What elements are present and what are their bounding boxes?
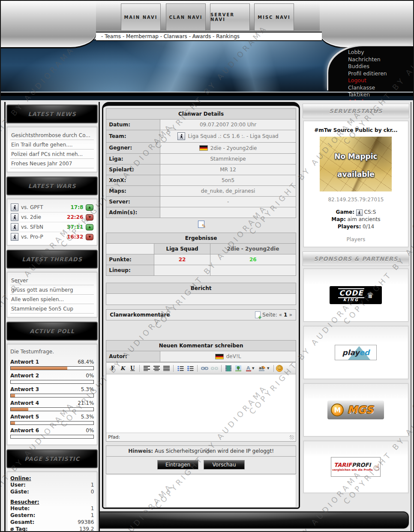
user-menu-nachrichten[interactable]: Nachrichten bbox=[348, 56, 410, 63]
server-name[interactable]: #mTw Source Public by ckr... bbox=[306, 127, 405, 133]
stat-value: 1 bbox=[91, 481, 94, 488]
poll-option-percent: 5.3% bbox=[81, 386, 94, 392]
user-menu-profil-editieren[interactable]: Profil editieren bbox=[348, 70, 410, 78]
add-comment-icon[interactable] bbox=[255, 311, 261, 318]
war-result-up-icon[interactable]: ▲ bbox=[86, 224, 93, 230]
war-opponent[interactable]: vs. Pro-P bbox=[21, 234, 64, 240]
bold-icon[interactable]: F bbox=[108, 364, 117, 373]
nav-misc-navi-button[interactable]: MISC NAVI bbox=[254, 3, 294, 31]
thread-link[interactable]: Alle wollen spielen... bbox=[10, 295, 94, 304]
poll-bar-fill bbox=[11, 421, 15, 424]
cs-game-icon bbox=[11, 223, 18, 231]
user-menu-buddies[interactable]: Buddies bbox=[348, 63, 410, 70]
remove-link-icon[interactable] bbox=[210, 364, 219, 373]
poll-question[interactable]: Die Testumfrage. bbox=[10, 349, 94, 355]
comment-text-area[interactable] bbox=[106, 374, 296, 433]
war-row: vs. Pro-P 16:32 ▼ bbox=[10, 232, 94, 242]
toolbar-separator bbox=[197, 365, 198, 372]
pager-label: Seite: bbox=[262, 312, 277, 318]
news-link[interactable]: Ein Trail durfte gehen.... bbox=[10, 140, 94, 149]
sponsor-box-codeking: CODE KING ♛ bbox=[303, 269, 408, 322]
cs-game-icon bbox=[177, 132, 185, 140]
war-opponent[interactable]: vs. SFbN bbox=[21, 224, 64, 230]
pager-next[interactable]: » bbox=[289, 312, 292, 318]
tarif-text-red: TARIF bbox=[334, 462, 352, 468]
tarifprofi-logo[interactable]: TARIFPROFI vergleichen wie die Profis ☝ bbox=[331, 457, 381, 477]
played-logo[interactable]: played bbox=[335, 345, 377, 360]
highlight-color-icon[interactable]: ab▼ bbox=[257, 364, 271, 373]
latest-news-header: LATEST NEWS bbox=[6, 105, 98, 123]
news-link[interactable]: Gesichtsthrombose durch Co... bbox=[10, 131, 94, 140]
user-menu-taktiken[interactable]: Taktiken bbox=[348, 91, 410, 99]
user-menu-logout[interactable]: Logout bbox=[348, 77, 410, 84]
clanwar-details-table: Clanwar Details Datum: 09.07.2007 20:00 … bbox=[106, 108, 296, 218]
serverstatus-box: #mTw Source Public by ckr... No Mappic a… bbox=[303, 121, 408, 247]
players-link[interactable]: Players bbox=[306, 236, 405, 242]
opponent-link[interactable]: 2die - 2young2die bbox=[210, 145, 257, 151]
team-link[interactable]: Liga Squad .: CS 1.6 :. - Liga Squad bbox=[188, 133, 278, 139]
font-color-icon[interactable]: A▼ bbox=[243, 364, 256, 373]
resize-grip[interactable] bbox=[290, 435, 294, 439]
nav-clan-navi-button[interactable]: CLAN NAVI bbox=[166, 3, 206, 31]
news-link[interactable]: Frohes Neues Jahr 2007 bbox=[10, 159, 94, 168]
underline-icon[interactable]: U bbox=[128, 364, 137, 373]
thread-link[interactable]: grüss gott aus nürnberg bbox=[10, 285, 94, 295]
war-opponent[interactable]: vs. 2die bbox=[21, 214, 64, 220]
bericht-table: Bericht bbox=[106, 283, 296, 305]
nav-server-navi-button[interactable]: SERVER NAVI bbox=[210, 3, 250, 31]
war-result-down-icon[interactable]: ▼ bbox=[86, 234, 93, 240]
insert-media-icon[interactable] bbox=[224, 364, 233, 373]
user-menu-panel: Lobby Nachrichten Buddies Profil editier… bbox=[328, 46, 413, 92]
header-wing-right bbox=[320, 1, 413, 47]
user-menu-admin[interactable]: Admin bbox=[348, 99, 410, 101]
align-left-icon[interactable] bbox=[142, 364, 151, 373]
codeking-logo[interactable]: CODE KING ♛ bbox=[330, 286, 382, 304]
align-justify-icon[interactable] bbox=[162, 364, 171, 373]
news-link[interactable]: Polizei darf PCs nicht meh... bbox=[10, 149, 94, 159]
latest-threads-header: LATEST THREADS bbox=[6, 250, 98, 269]
align-center-icon[interactable] bbox=[152, 364, 161, 373]
poll-option-label: Antwort 1 bbox=[10, 359, 39, 365]
highlight-dropdown-arrow[interactable]: ▼ bbox=[267, 367, 269, 370]
stat-row: Gäste: 0 bbox=[10, 488, 94, 495]
server-address[interactable]: 82.149.235.79:27015 bbox=[306, 197, 405, 203]
eintragen-button[interactable]: Eintragen bbox=[157, 460, 198, 469]
poll-option-percent: 5.3% bbox=[81, 414, 94, 420]
detail-label: Maps: bbox=[106, 185, 160, 196]
war-opponent[interactable]: vs. GPFT bbox=[21, 204, 68, 210]
subnav-links[interactable]: - Teams - Membermap - Clanwars - Awards … bbox=[101, 33, 240, 39]
poll-bar bbox=[10, 421, 94, 425]
war-result-up-icon[interactable]: ▲ bbox=[86, 204, 93, 211]
players-value: 0/14 bbox=[363, 224, 374, 230]
user-menu-lobby[interactable]: Lobby bbox=[348, 49, 410, 56]
insert-image-icon[interactable] bbox=[234, 364, 243, 373]
mgs-logo[interactable]: M MGS bbox=[327, 400, 384, 419]
stat-value: 1 bbox=[91, 512, 94, 519]
stat-value: 1 bbox=[91, 505, 94, 512]
insert-link-icon[interactable] bbox=[200, 364, 209, 373]
banner-image: Lobby Nachrichten Buddies Profil editier… bbox=[1, 40, 413, 96]
nav-main-navi-button[interactable]: MAIN NAVI bbox=[121, 3, 161, 31]
new-comment-title: Neuen Kommentar schreiben bbox=[106, 340, 296, 351]
main-content: Clanwar Details Datum: 09.07.2007 20:00 … bbox=[102, 102, 300, 532]
smiley-icon[interactable]: ☺ bbox=[276, 365, 283, 372]
server-map-image: No Mappic available bbox=[320, 137, 392, 191]
numbered-list-icon[interactable] bbox=[186, 364, 195, 373]
italic-icon[interactable]: K bbox=[118, 364, 127, 373]
edit-clanwar-icon[interactable] bbox=[198, 221, 204, 228]
bullet-list-icon[interactable] bbox=[176, 364, 185, 373]
vorschau-button[interactable]: Vorschau bbox=[204, 460, 245, 469]
user-menu-clankasse[interactable]: Clankasse bbox=[348, 84, 410, 92]
pager-current-page[interactable]: 1 bbox=[284, 312, 287, 318]
war-result-down-icon[interactable]: ▼ bbox=[86, 214, 93, 221]
pager-prev[interactable]: « bbox=[279, 312, 282, 318]
font-color-dropdown-arrow[interactable]: ▼ bbox=[252, 367, 254, 370]
germany-flag-icon bbox=[199, 145, 208, 151]
crown-icon: ♛ bbox=[367, 291, 374, 300]
stat-label: User: bbox=[10, 481, 26, 488]
stat-row: Heute: 1 bbox=[10, 505, 94, 512]
thread-link[interactable]: Stammkneipe 5on5 Cup bbox=[10, 304, 94, 314]
thread-link[interactable]: Server bbox=[10, 276, 94, 285]
sponsor-box-tarifprofi: TARIFPROFI vergleichen wie die Profis ☝ bbox=[303, 441, 408, 493]
war-row: vs. SFbN 37:11 ▲ bbox=[10, 222, 94, 232]
